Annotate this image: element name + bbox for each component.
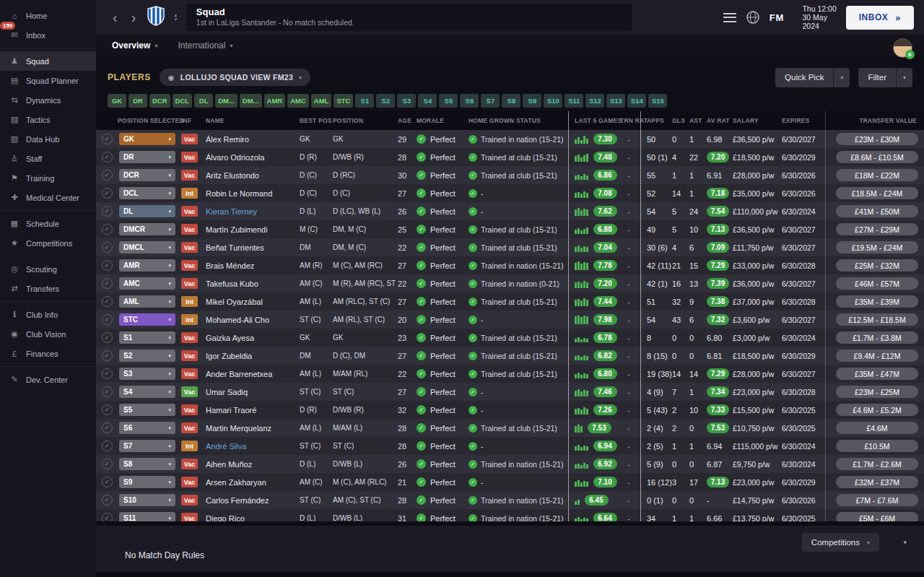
sidebar-item-staff[interactable]: ♙Staff [0,149,96,168]
position-badge[interactable]: S9▾ [119,476,175,488]
position-filter-amc[interactable]: AMC [287,94,309,108]
player-name[interactable]: Takefusa Kubo [206,274,300,292]
position-badge[interactable]: DCL▾ [119,187,175,199]
table-row[interactable]: ✓DMCR▾VacMartín ZubimendiM (C)DM, M (C)2… [96,220,924,238]
table-row[interactable]: ✓GK▾VacÁlex RemiroGKGK29✓Perfect✓Trained… [96,130,924,148]
sidebar-item-club-vision[interactable]: ◉Club Vision [0,324,96,344]
position-filter-stc[interactable]: STC [334,94,353,108]
manager-avatar[interactable]: 6 [893,38,912,58]
row-select-checkbox[interactable]: ✓ [102,170,113,181]
filter-button[interactable]: Filter ▾ [858,68,912,87]
table-row[interactable]: ✓S1▾VacGaizka AyesaGKGK23✓Perfect✓Traine… [96,329,924,347]
column-header-position-selected[interactable]: POSITION SELECTED [118,111,181,130]
position-badge[interactable]: S5▾ [119,404,175,416]
slot-filter-s11[interactable]: S11 [565,94,583,108]
column-header-apps[interactable]: APPS [640,111,672,130]
slot-filter-s9[interactable]: S9 [523,94,541,108]
sidebar-item-squad-planner[interactable]: ▤Squad Planner [0,71,96,90]
table-row[interactable]: ✓DCL▾IntRobin Le NormandD (C)D (C)27✓Per… [96,184,924,202]
column-header-morale[interactable]: MORALE [417,111,468,130]
row-select-checkbox[interactable]: ✓ [102,332,113,343]
row-select-checkbox[interactable]: ✓ [102,459,113,469]
position-badge[interactable]: S11▾ [119,512,175,521]
panel-collapse-caret[interactable]: ▾ [903,533,907,552]
row-select-checkbox[interactable]: ✓ [102,296,113,307]
position-badge[interactable]: DMCL▾ [119,241,175,253]
position-badge[interactable]: S1▾ [119,331,175,344]
sidebar-item-schedule[interactable]: ▦Schedule [0,214,96,233]
position-badge[interactable]: AMC▾ [119,277,175,290]
row-select-checkbox[interactable]: ✓ [102,152,113,162]
player-name[interactable]: Beñat Turrientes [206,238,300,256]
player-name[interactable]: Igor Zubeldia [206,347,300,365]
back-button[interactable]: ‹ [110,10,120,25]
sidebar-item-finances[interactable]: £Finances [0,344,96,363]
column-header-age[interactable]: AGE [398,111,417,130]
slot-filter-s6[interactable]: S6 [460,94,479,108]
position-filter-amr[interactable]: AMR [264,94,286,108]
table-row[interactable]: ✓S2▾VacIgor ZubeldiaDMD (C), DM27✓Perfec… [96,347,924,365]
column-header-transfer-value[interactable]: TRANSFER VALUE [825,111,924,130]
table-row[interactable]: ✓DR▾VacÁlvaro OdriozolaD (R)D/WB (R)28✓P… [96,148,924,166]
player-name[interactable]: Arsen Zakharyan [206,473,300,491]
row-select-checkbox[interactable]: ✓ [102,134,113,144]
club-crest-icon[interactable] [147,6,165,29]
column-header-ast[interactable]: AST [689,111,707,130]
position-badge[interactable]: STC▾ [119,313,175,326]
player-name[interactable]: Diego Rico [206,509,300,521]
slot-filter-s5[interactable]: S5 [439,94,458,108]
table-row[interactable]: ✓DMCL▾VacBeñat TurrientesDMDM, M (C)22✓P… [96,238,924,256]
column-header-av-rat[interactable]: AV RAT [707,111,733,130]
position-filter-dl[interactable]: DL [194,94,213,108]
player-name[interactable]: Brais Méndez [206,256,300,274]
position-filter-dcl[interactable]: DCL [173,94,193,108]
slot-filter-s10[interactable]: S10 [544,94,562,108]
player-name[interactable]: Mikel Oyarzábal [206,292,300,311]
sidebar-item-medical-center[interactable]: ✚Medical Center [0,188,96,207]
position-badge[interactable]: DL▾ [119,205,175,217]
slot-filter-s1[interactable]: S1 [355,94,374,108]
tab-international[interactable]: International ▾ [178,40,232,51]
column-header-last-5-games[interactable]: LAST 5 GAMES [568,111,620,130]
player-name[interactable]: André Silva [206,437,300,455]
slot-filter-s4[interactable]: S4 [418,94,437,108]
position-filter-dcr[interactable]: DCR [149,94,170,108]
player-name[interactable]: Álex Remiro [206,130,300,148]
row-select-checkbox[interactable]: ✓ [102,495,113,506]
column-header-name[interactable]: NAME [206,111,300,130]
column-header-best-pos[interactable]: BEST POS [300,111,333,130]
player-name[interactable]: Kieran Tierney [206,202,300,220]
row-select-checkbox[interactable]: ✓ [102,441,113,451]
column-header-salary[interactable]: SALARY [733,111,782,130]
player-name[interactable]: Aritz Elustondo [206,166,300,184]
column-header-trn-rat[interactable]: TRN RAT [620,111,640,130]
inbox-button[interactable]: INBOX » [846,6,914,30]
position-badge[interactable]: S10▾ [119,494,175,506]
sidebar-item-data-hub[interactable]: ▧Data Hub [0,129,96,149]
position-badge[interactable]: GK▾ [119,133,175,145]
sidebar-item-transfers[interactable]: ⇄Transfers [0,279,96,298]
position-badge[interactable]: AMR▾ [119,259,175,272]
column-header-expires[interactable]: EXPIRES [782,111,825,130]
filter-caret[interactable]: ▾ [896,68,912,87]
position-filter-dm[interactable]: DM... [215,94,237,108]
quick-pick-caret[interactable]: ▾ [833,68,850,87]
slot-filter-s15[interactable]: S15 [648,94,667,108]
slot-filter-s3[interactable]: S3 [397,94,416,108]
tab-overview[interactable]: Overview ▾ [112,40,157,51]
slot-filter-s2[interactable]: S2 [376,94,395,108]
sidebar-item-home[interactable]: ⌂Home [0,6,96,25]
sidebar-item-inbox[interactable]: ✉Inbox150 [0,25,96,45]
column-header-position[interactable]: POSITION [333,111,398,130]
slot-filter-s14[interactable]: S14 [627,94,646,108]
sidebar-item-scouting[interactable]: ◎Scouting [0,259,96,279]
player-name[interactable]: Hamari Traoré [206,401,300,419]
sidebar-item-tactics[interactable]: ▨Tactics [0,110,96,129]
table-row[interactable]: ✓AML▾IntMikel OyarzábalAM (L)AM (RLC), S… [96,292,924,311]
table-row[interactable]: ✓S10▾VacCarlos FernándezST (C)AM (C), ST… [96,491,924,509]
row-select-checkbox[interactable]: ✓ [102,422,113,433]
sidebar-item-squad[interactable]: ♟Squad [0,51,96,71]
table-row[interactable]: ✓AMR▾VacBrais MéndezAM (R)M (C), AM (RC)… [96,256,924,274]
menu-icon[interactable] [723,13,736,22]
column-header-home-grown-status[interactable]: HOME GROWN STATUS [468,111,568,130]
